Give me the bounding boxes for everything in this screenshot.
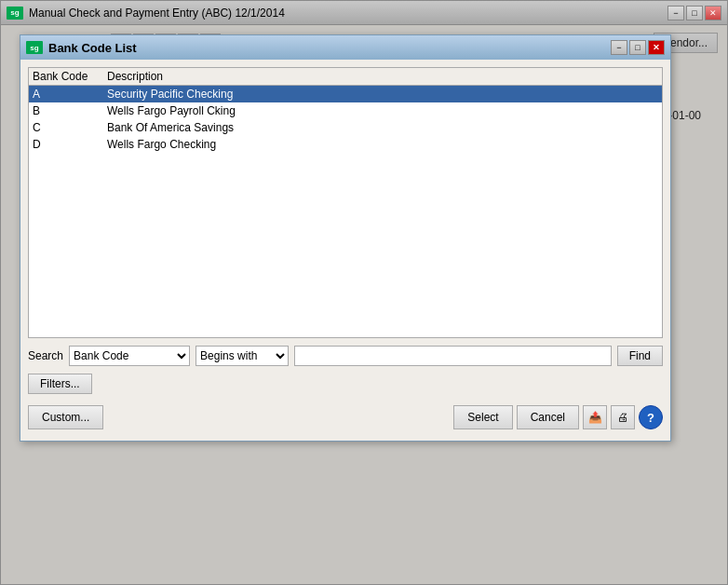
sage-logo: sg	[7, 7, 23, 20]
cancel-button[interactable]: Cancel	[517, 405, 579, 429]
table-cell-code: B	[33, 104, 107, 117]
print-icon-button[interactable]: 🖨	[611, 405, 635, 429]
export-icon-button[interactable]: 📤	[583, 405, 607, 429]
modal-title-left: sg Bank Code List	[26, 41, 137, 55]
select-button[interactable]: Select	[453, 405, 512, 429]
col-header-bank-code: Bank Code	[33, 70, 107, 83]
main-title-bar: sg Manual Check and Payment Entry (ABC) …	[1, 1, 727, 25]
title-bar-left: sg Manual Check and Payment Entry (ABC) …	[7, 7, 285, 20]
find-button[interactable]: Find	[617, 346, 663, 366]
search-label: Search	[28, 349, 63, 362]
table-header: Bank Code Description	[29, 68, 662, 86]
search-field-select[interactable]: Bank CodeDescription	[69, 346, 190, 366]
title-bar-controls: − □ ✕	[667, 6, 721, 20]
table-cell-code: D	[33, 138, 107, 151]
action-right: Select Cancel 📤 🖨 ?	[453, 405, 663, 429]
search-area: Search Bank CodeDescription Begins withC…	[28, 346, 663, 366]
modal-minimize-button[interactable]: −	[611, 40, 627, 55]
modal-overlay: sg Bank Code List − □ ✕ Bank Code	[1, 25, 727, 584]
table-cell-desc: Security Pacific Checking	[107, 88, 658, 101]
custom-button[interactable]: Custom...	[28, 405, 103, 429]
action-bar: Custom... Select Cancel 📤 🖨 ?	[28, 401, 663, 433]
bank-code-dialog: sg Bank Code List − □ ✕ Bank Code	[20, 34, 671, 442]
main-window: sg Manual Check and Payment Entry (ABC) …	[0, 0, 728, 585]
table-cell-code: A	[33, 88, 107, 101]
minimize-button[interactable]: −	[667, 6, 684, 20]
action-left: Custom...	[28, 405, 103, 429]
table-row[interactable]: CBank Of America Savings	[29, 119, 662, 136]
modal-maximize-button[interactable]: □	[629, 40, 646, 55]
modal-title-controls: − □ ✕	[611, 40, 665, 55]
modal-sage-logo: sg	[26, 41, 43, 54]
table-cell-desc: Wells Fargo Payroll Cking	[107, 104, 658, 117]
col-header-description: Description	[107, 70, 658, 83]
maximize-button[interactable]: □	[686, 6, 703, 20]
modal-close-button[interactable]: ✕	[648, 40, 665, 55]
main-title: Manual Check and Payment Entry (ABC) 12/…	[29, 7, 285, 20]
filters-button[interactable]: Filters...	[28, 374, 92, 394]
modal-body: Bank Code Description ASecurity Pacific …	[20, 60, 670, 441]
table-row[interactable]: ASecurity Pacific Checking	[29, 86, 662, 102]
modal-title-bar: sg Bank Code List − □ ✕	[20, 35, 670, 60]
search-input[interactable]	[294, 346, 612, 366]
search-condition-select[interactable]: Begins withContainsEquals	[195, 346, 289, 366]
filters-row: Filters...	[28, 374, 663, 394]
table-row[interactable]: BWells Fargo Payroll Cking	[29, 102, 662, 119]
table-cell-desc: Wells Fargo Checking	[107, 138, 658, 151]
table-cell-code: C	[33, 121, 107, 134]
close-button[interactable]: ✕	[705, 6, 721, 20]
table-body: ASecurity Pacific CheckingBWells Fargo P…	[29, 86, 662, 337]
bank-code-table: Bank Code Description ASecurity Pacific …	[28, 67, 663, 338]
main-content: Vendor... Bank Code A 🔍 ⏮ ◀ ▶ ⏭ Payment …	[1, 25, 727, 584]
table-row[interactable]: DWells Fargo Checking	[29, 136, 662, 153]
help-button[interactable]: ?	[639, 405, 663, 429]
table-cell-desc: Bank Of America Savings	[107, 121, 658, 134]
modal-title: Bank Code List	[48, 41, 137, 55]
